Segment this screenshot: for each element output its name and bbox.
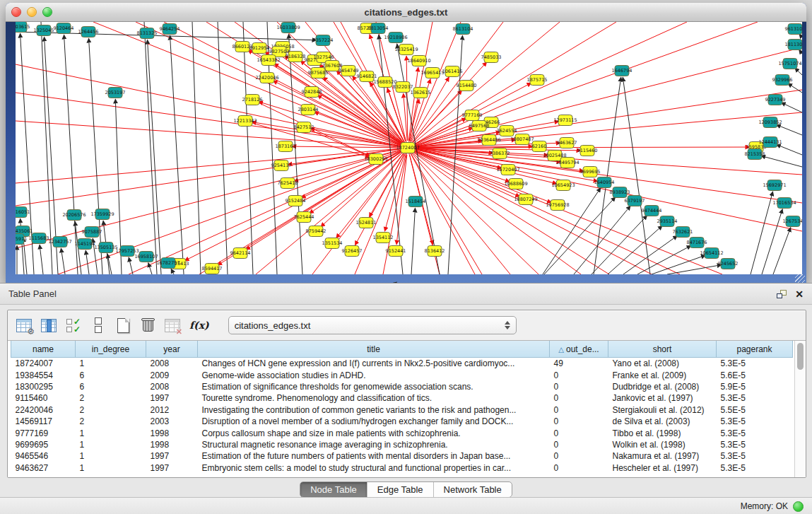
graph-node[interactable]: 8454749 — [339, 66, 359, 76]
graph-edge[interactable] — [761, 156, 802, 167]
graph-node[interactable]: 8186328 — [286, 52, 306, 62]
cell-in_degree[interactable]: 2 — [76, 416, 146, 427]
graph-node[interactable]: 1362615 — [411, 88, 431, 98]
graph-node[interactable]: 9474444 — [642, 206, 662, 216]
cell-title[interactable]: Tourette syndrome. Phenomenology and cla… — [198, 392, 550, 404]
cell-title[interactable]: Investigating the contribution of common… — [198, 404, 550, 416]
table-row[interactable]: 946554611997Estimation of the future num… — [11, 450, 793, 462]
tab-edge-table[interactable]: Edge Table — [367, 482, 434, 497]
table-row[interactable]: 1830029562008Estimation of significance … — [11, 381, 793, 392]
graph-node[interactable]: 3624554 — [497, 126, 517, 136]
cell-year[interactable]: 2003 — [146, 416, 198, 427]
graph-node[interactable]: 1351534 — [322, 238, 343, 249]
cell-in_degree[interactable]: 1 — [76, 450, 146, 462]
network-graph[interactable]: 1872400786601238912954182260589827503165… — [16, 22, 802, 274]
cell-out_degree[interactable]: 49 — [550, 358, 608, 370]
graph-node[interactable]: 7485033 — [481, 52, 502, 63]
graph-node[interactable]: 1646794 — [612, 66, 632, 76]
graph-edge[interactable] — [574, 206, 630, 274]
cell-pagerank[interactable]: 5.3E-5 — [717, 392, 793, 404]
cell-name[interactable]: 18300295 — [11, 381, 76, 392]
graph-node[interactable]: 7357224 — [313, 35, 334, 46]
cell-in_degree[interactable]: 6 — [76, 369, 146, 380]
graph-node[interactable]: 18325419 — [394, 45, 418, 55]
cell-out_degree[interactable]: 0 — [550, 416, 608, 427]
cell-short[interactable]: Nakamura et al. (1997) — [608, 450, 717, 462]
cell-pagerank[interactable]: 5.3E-5 — [717, 450, 793, 462]
graph-node[interactable]: 15720407 — [496, 165, 519, 175]
cell-out_degree[interactable]: 0 — [550, 462, 608, 474]
graph-node[interactable]: 19756928 — [546, 200, 569, 211]
vertical-scrollbar[interactable] — [794, 341, 806, 477]
graph-node[interactable]: 9075887 — [82, 227, 102, 238]
graph-node[interactable]: 9875685 — [308, 68, 329, 78]
graph-node[interactable]: 2516051 — [16, 207, 30, 218]
column-header-year[interactable]: year — [146, 341, 198, 358]
cell-title[interactable]: Corpus callosum shape and size in male p… — [198, 427, 550, 438]
cell-year[interactable]: 1998 — [146, 427, 198, 438]
graph-node[interactable]: 8613104 — [453, 24, 473, 35]
graph-edge[interactable] — [788, 83, 802, 93]
graph-edge[interactable] — [799, 49, 802, 54]
cell-year[interactable]: 1997 — [146, 450, 198, 462]
cell-pagerank[interactable]: 5.3E-5 — [717, 416, 793, 427]
cell-pagerank[interactable]: 5.6E-5 — [717, 369, 793, 380]
cell-title[interactable]: Estimation of significance thresholds fo… — [198, 381, 550, 392]
network-table-select[interactable]: citations_edges.txt — [228, 316, 517, 334]
graph-node[interactable]: 1354112 — [373, 233, 394, 243]
graph-edge[interactable] — [592, 216, 647, 274]
column-header-name[interactable]: name — [11, 341, 76, 358]
graph-node[interactable]: 8813054 — [368, 23, 389, 34]
graph-node[interactable]: 9245652 — [718, 259, 739, 269]
cell-pagerank[interactable]: 5.5E-5 — [717, 404, 793, 416]
graph-edge[interactable] — [776, 144, 802, 155]
cell-name[interactable]: 18724007 — [11, 358, 76, 370]
graph-edge[interactable] — [773, 227, 791, 274]
cell-name[interactable]: 14569117 — [11, 416, 76, 427]
column-header-short[interactable]: short — [608, 341, 717, 358]
graph-node[interactable]: 9152484 — [286, 196, 306, 206]
graph-node[interactable]: 9115460 — [577, 146, 598, 156]
graph-edge[interactable] — [61, 248, 65, 274]
graph-node[interactable]: 2053197 — [105, 88, 126, 98]
cell-in_degree[interactable]: 2 — [76, 404, 146, 416]
cell-in_degree[interactable]: 2 — [76, 392, 146, 404]
graph-edge[interactable] — [171, 269, 174, 274]
graph-edge[interactable] — [144, 22, 157, 274]
table-row[interactable]: 2242004622012Investigating the contribut… — [11, 404, 793, 416]
graph-node[interactable]: 1115683 — [29, 233, 49, 244]
cell-name[interactable]: 19384554 — [11, 369, 76, 380]
cell-year[interactable]: 1997 — [146, 462, 198, 474]
cell-name[interactable]: 9115460 — [11, 392, 76, 404]
graph-node[interactable]: 12973115 — [553, 115, 577, 126]
network-canvas[interactable]: 1872400786601238912954182260589827503165… — [16, 22, 802, 274]
cell-short[interactable]: Yano et al. (2008) — [608, 358, 717, 370]
cell-name[interactable]: 9699695 — [11, 439, 76, 450]
column-header-title[interactable]: title — [198, 341, 550, 358]
graph-node[interactable]: 15692971 — [763, 180, 786, 191]
graph-edge[interactable] — [608, 226, 662, 274]
graph-node[interactable]: 8938923 — [610, 187, 630, 198]
float-panel-icon[interactable] — [777, 290, 787, 298]
graph-edge[interactable] — [594, 77, 621, 274]
graph-node[interactable]: 2718126 — [242, 95, 263, 105]
cell-title[interactable]: Genome-wide association studies in ADHD. — [198, 369, 550, 380]
cell-title[interactable]: Structural magnetic resonance image aver… — [198, 439, 550, 450]
cell-year[interactable]: 2009 — [146, 369, 198, 380]
graph-node[interactable]: 9126457 — [342, 246, 363, 257]
graph-node[interactable]: 1875715 — [527, 75, 548, 86]
cell-out_degree[interactable]: 0 — [550, 427, 608, 438]
graph-node[interactable]: 1524811 — [356, 218, 377, 228]
graph-node[interactable]: 9254137 — [271, 160, 292, 171]
select-rows-icon[interactable]: ✓✓ — [64, 316, 83, 334]
graph-node[interactable]: 8471676 — [687, 238, 707, 248]
graph-edge[interactable] — [623, 77, 650, 274]
graph-node[interactable]: 7625418 — [278, 178, 298, 189]
table-row[interactable]: 1456911722003Disruption of a novel membe… — [11, 416, 793, 427]
graph-node[interactable]: 1325045 — [34, 25, 54, 36]
scrollbar-thumb[interactable] — [797, 343, 804, 370]
graph-node[interactable]: 6497568 — [469, 121, 490, 132]
graph-edge[interactable] — [243, 22, 253, 274]
column-header-out_degree[interactable]: △out_de... — [550, 341, 608, 358]
graph-node[interactable]: 7632621 — [673, 227, 693, 238]
